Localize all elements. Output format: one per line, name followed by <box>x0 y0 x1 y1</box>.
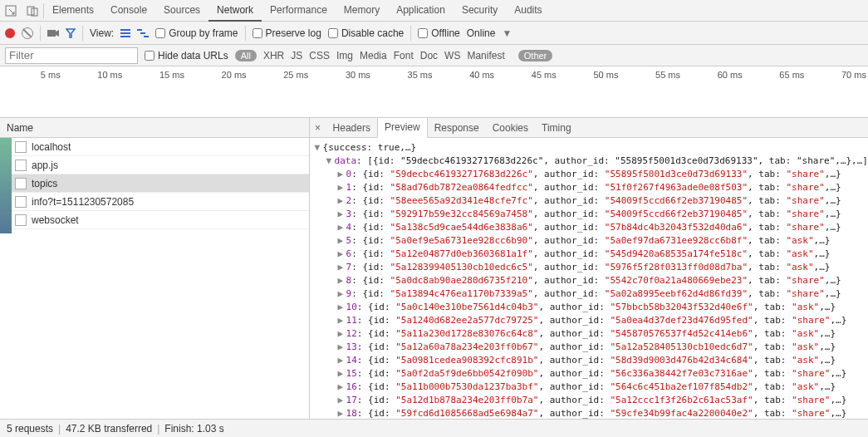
device-icon[interactable] <box>22 0 43 22</box>
view-label: View: <box>90 27 114 39</box>
clear-button[interactable] <box>22 27 33 39</box>
timeline-tick: 50 ms <box>558 70 620 80</box>
filter-input[interactable] <box>5 47 138 64</box>
json-node[interactable]: ▶14: {id: "5a0981cedea908392cfc891b", au… <box>315 354 868 367</box>
connection-select[interactable]: Online <box>467 27 496 39</box>
filter-doc[interactable]: Doc <box>420 50 438 61</box>
filter-img[interactable]: Img <box>336 50 353 61</box>
status-bar: 5 requests | 47.2 KB transferred | Finis… <box>0 419 868 437</box>
timeline-tick: 45 ms <box>496 70 558 80</box>
json-node[interactable]: ▶3: {id: "592917b59e32cc84569a7458", aut… <box>315 208 868 221</box>
filter-css[interactable]: CSS <box>309 50 330 61</box>
tab-console[interactable]: Console <box>102 0 155 22</box>
timeline-tick: 55 ms <box>620 70 682 80</box>
request-row[interactable]: topics <box>0 174 309 193</box>
timeline-tick: 10 ms <box>62 70 125 80</box>
filter-xhr[interactable]: XHR <box>263 50 284 61</box>
json-node[interactable]: ▶6: {id: "5a12e04877d0eb3603681a1f", aut… <box>315 248 868 261</box>
status-transferred: 47.2 KB transferred <box>66 423 152 435</box>
json-node[interactable]: ▶11: {id: "5a1240d682ee2a577dc79725", au… <box>315 314 868 327</box>
svg-rect-6 <box>120 36 130 37</box>
json-node[interactable]: ▶15: {id: "5a0f2da5f9de6bb0542f090b", au… <box>315 367 868 381</box>
view-waterfall-icon[interactable] <box>137 29 149 37</box>
chevron-down-icon[interactable]: ▼ <box>502 27 512 39</box>
request-row[interactable]: localhost <box>0 138 309 156</box>
svg-rect-3 <box>47 30 56 37</box>
json-node[interactable]: ▼data: [{id: "59decbc461932717683d226c",… <box>315 155 868 168</box>
json-node[interactable]: ▶2: {id: "58eee565a92d341e48cfe7fc", aut… <box>315 194 868 208</box>
tab-network[interactable]: Network <box>208 0 262 22</box>
tab-security[interactable]: Security <box>454 0 506 22</box>
disable-cache-checkbox[interactable]: Disable cache <box>328 27 404 39</box>
json-node[interactable]: ▶1: {id: "58ad76db7872ea0864fedfcc", aut… <box>315 181 868 194</box>
inspect-icon[interactable] <box>0 0 22 22</box>
filter-js[interactable]: JS <box>291 50 302 61</box>
detail-tab-cookies[interactable]: Cookies <box>486 118 535 138</box>
hide-data-urls-checkbox[interactable]: Hide data URLs <box>145 50 228 61</box>
file-icon <box>15 178 27 189</box>
filter-font[interactable]: Font <box>394 50 414 61</box>
request-name: info?t=1511230572085 <box>32 196 134 208</box>
status-finish: Finish: 1.03 s <box>164 423 223 435</box>
json-node[interactable]: ▶4: {id: "5a138c5d9cae544d6e3838a6", aut… <box>315 221 868 234</box>
detail-tab-preview[interactable]: Preview <box>377 118 428 138</box>
timeline-tick: 40 ms <box>434 70 496 80</box>
filter-other[interactable]: Other <box>518 50 553 61</box>
group-by-frame-checkbox[interactable]: Group by frame <box>155 27 238 39</box>
tab-sources[interactable]: Sources <box>155 0 208 22</box>
status-requests: 5 requests <box>7 423 53 435</box>
request-row[interactable]: info?t=1511230572085 <box>0 193 309 211</box>
name-column-header[interactable]: Name <box>0 118 309 138</box>
tab-audits[interactable]: Audits <box>506 0 550 22</box>
json-node[interactable]: ▼{success: true,…} <box>315 141 868 155</box>
tab-application[interactable]: Application <box>388 0 454 22</box>
timeline-tick: 65 ms <box>744 70 807 80</box>
preserve-log-checkbox[interactable]: Preserve log <box>253 27 321 39</box>
offline-checkbox[interactable]: Offline <box>418 27 459 39</box>
json-node[interactable]: ▶5: {id: "5a0ef9e5a6731ee928cc6b90", aut… <box>315 234 868 248</box>
overview-slider[interactable] <box>0 138 12 233</box>
file-icon <box>15 141 27 153</box>
record-button[interactable] <box>5 28 15 38</box>
timeline-tick: 15 ms <box>124 70 186 80</box>
json-node[interactable]: ▶7: {id: "5a128399405130cb10edc6c5", aut… <box>315 261 868 274</box>
filter-ws[interactable]: WS <box>444 50 460 61</box>
json-node[interactable]: ▶9: {id: "5a13894c476ea1170b7339a5", aut… <box>315 287 868 301</box>
svg-rect-7 <box>137 29 142 31</box>
timeline-tick: 25 ms <box>248 70 311 80</box>
filter-icon[interactable] <box>66 28 76 38</box>
svg-rect-8 <box>140 32 145 34</box>
filter-media[interactable]: Media <box>360 50 387 61</box>
json-node[interactable]: ▶8: {id: "5a0dc8ab90ae280d6735f210", aut… <box>315 274 868 287</box>
timeline-overview[interactable]: 5 ms10 ms15 ms20 ms25 ms30 ms35 ms40 ms4… <box>0 66 868 118</box>
detail-tab-headers[interactable]: Headers <box>326 118 377 138</box>
json-node[interactable]: ▶18: {id: "59fcd6d1085668ad5e6984a7", au… <box>315 407 868 419</box>
tab-elements[interactable]: Elements <box>44 0 102 22</box>
request-name: topics <box>32 178 57 189</box>
json-node[interactable]: ▶16: {id: "5a11b000b7530da1237ba3bf", au… <box>315 381 868 394</box>
json-node[interactable]: ▶12: {id: "5a11a230d1728e83076c64c8", au… <box>315 327 868 341</box>
svg-rect-4 <box>120 29 130 31</box>
file-icon <box>15 160 27 171</box>
detail-tab-timing[interactable]: Timing <box>535 118 578 138</box>
json-node[interactable]: ▶10: {id: "5a0c140e310be7561d4c04b3", au… <box>315 301 868 314</box>
filter-manifest[interactable]: Manifest <box>467 50 504 61</box>
detail-tab-response[interactable]: Response <box>428 118 486 138</box>
json-node[interactable]: ▶0: {id: "59decbc461932717683d226c", aut… <box>315 168 868 181</box>
request-name: localhost <box>32 141 71 153</box>
request-row[interactable]: app.js <box>0 156 309 174</box>
json-node[interactable]: ▶17: {id: "5a12d1b878a234e203ff0b7a", au… <box>315 394 868 407</box>
file-icon <box>15 196 27 208</box>
request-row[interactable]: websocket <box>0 211 309 229</box>
camera-icon[interactable] <box>47 29 59 37</box>
close-icon[interactable]: × <box>310 122 326 134</box>
devtools-tabs: ElementsConsoleSourcesNetworkPerformance… <box>44 0 551 22</box>
json-node[interactable]: ▶13: {id: "5a12a60a78a234e203ff0b67", au… <box>315 341 868 354</box>
filter-all[interactable]: All <box>235 50 257 61</box>
svg-rect-9 <box>144 36 149 37</box>
tab-performance[interactable]: Performance <box>262 0 336 22</box>
view-list-icon[interactable] <box>120 29 130 37</box>
timeline-tick: 30 ms <box>310 70 372 80</box>
tab-memory[interactable]: Memory <box>336 0 388 22</box>
file-icon <box>15 214 27 226</box>
